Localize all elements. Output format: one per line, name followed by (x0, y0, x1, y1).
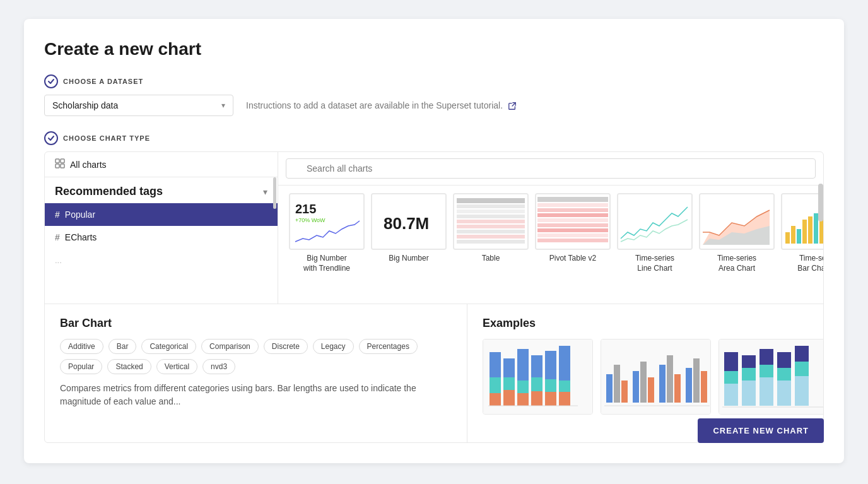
popular-tag-label: Popular (65, 210, 95, 220)
tag-nvd3[interactable]: nvd3 (202, 359, 235, 374)
collapse-icon[interactable]: ▾ (263, 187, 267, 197)
search-bar (278, 152, 823, 186)
step2-label: CHOOSE CHART TYPE (63, 134, 150, 142)
search-wrapper (286, 158, 816, 179)
step1-check-icon (44, 74, 58, 88)
svg-rect-75 (667, 355, 673, 403)
svg-rect-36 (791, 226, 795, 244)
chart-thumb-bignumber[interactable]: 80.7M Big Number (368, 193, 450, 264)
svg-rect-70 (621, 381, 628, 403)
svg-text:+70% WoW: +70% WoW (295, 217, 326, 223)
sidebar-tag-partial: ... (45, 249, 278, 268)
tag-popular[interactable]: Popular (60, 359, 102, 374)
chart-thumb-img-ts-area (699, 193, 775, 250)
dataset-row: Scholarship data ▾ Instructions to add a… (44, 95, 824, 116)
chart-thumb-label-pivot-table: Pivot Table v2 (549, 254, 597, 264)
sidebar-tag-echarts[interactable]: # ECharts (45, 226, 278, 249)
svg-rect-13 (457, 210, 525, 213)
svg-rect-71 (633, 371, 639, 403)
chart-thumb-label-ts-area: Time-seriesArea Chart (717, 254, 756, 273)
tag-percentages[interactable]: Percentages (359, 339, 418, 354)
chart-thumb-img-ts-line (617, 193, 693, 250)
dataset-hint: Instructions to add a dataset are availa… (246, 100, 517, 110)
chart-thumb-img-ts-bar (781, 193, 823, 250)
chart-thumb-bignumber-trendline[interactable]: 215 +70% WoW Big Numberwith Trendline (286, 193, 368, 273)
chart-thumb-label-ts-line: Time-seriesLine Chart (635, 254, 674, 273)
example-thumb-2[interactable] (601, 339, 711, 415)
chart-tags-row: Additive Bar Categorical Comparison Disc… (60, 339, 452, 374)
svg-rect-37 (797, 229, 801, 244)
hash-icon-echarts: # (55, 232, 60, 242)
svg-rect-3 (61, 164, 64, 168)
tag-vertical[interactable]: Vertical (156, 359, 197, 374)
echarts-tag-label: ECharts (65, 232, 97, 242)
create-new-chart-button[interactable]: CREATE NEW CHART (698, 418, 824, 443)
svg-rect-90 (760, 377, 773, 406)
svg-rect-35 (785, 232, 790, 244)
chart-type-sidebar: All charts Recommended tags ▾ # Popular (45, 152, 278, 304)
chart-thumb-table[interactable]: Table (450, 193, 532, 264)
svg-rect-51 (503, 358, 515, 377)
svg-rect-28 (537, 233, 608, 237)
svg-rect-93 (777, 381, 791, 406)
svg-rect-26 (537, 223, 608, 227)
svg-text:215: 215 (295, 202, 316, 216)
svg-rect-62 (545, 392, 556, 406)
svg-rect-14 (457, 215, 525, 218)
svg-rect-52 (503, 377, 515, 390)
search-input[interactable] (286, 158, 816, 179)
chart-thumb-ts-bar[interactable]: Time-seriesBar Chart v2 (778, 193, 823, 273)
tag-additive[interactable]: Additive (60, 339, 103, 354)
svg-rect-1 (61, 159, 64, 163)
grid-icon (55, 158, 65, 170)
svg-rect-56 (517, 393, 529, 406)
example-thumb-3[interactable] (718, 339, 824, 415)
example-thumb-1[interactable] (483, 339, 593, 415)
tag-comparison[interactable]: Comparison (201, 339, 259, 354)
tag-stacked[interactable]: Stacked (107, 359, 151, 374)
sidebar-tag-popular[interactable]: # Popular (45, 203, 278, 226)
choose-chart-type-step: CHOOSE CHART TYPE (44, 131, 824, 145)
tag-bar[interactable]: Bar (108, 339, 137, 354)
svg-rect-61 (545, 379, 556, 392)
svg-rect-18 (457, 235, 525, 239)
choose-dataset-step: CHOOSE A DATASET (44, 74, 824, 88)
svg-rect-38 (802, 220, 807, 244)
svg-rect-50 (490, 393, 501, 406)
svg-rect-76 (674, 374, 681, 403)
svg-rect-68 (606, 374, 613, 403)
svg-rect-87 (742, 381, 756, 406)
all-charts-label: All charts (70, 160, 107, 170)
chart-thumb-img-pivot-table (535, 193, 611, 250)
chart-thumb-pivot-table[interactable]: Pivot Table v2 (532, 193, 614, 264)
chart-area-scrollbar[interactable] (818, 184, 823, 221)
tutorial-link[interactable] (505, 100, 517, 110)
chart-thumb-label-bignumber-trendline: Big Numberwith Trendline (303, 254, 350, 273)
sidebar-scrollbar[interactable] (273, 177, 276, 209)
all-charts-item[interactable]: All charts (45, 152, 278, 177)
svg-rect-39 (808, 216, 812, 244)
tag-categorical[interactable]: Categorical (141, 339, 196, 354)
chart-type-section: All charts Recommended tags ▾ # Popular (44, 151, 824, 443)
svg-rect-23 (537, 208, 608, 212)
chart-thumb-img-bignumber-trendline: 215 +70% WoW (289, 193, 365, 250)
chart-thumb-ts-line[interactable]: Time-seriesLine Chart (614, 193, 696, 273)
svg-rect-29 (537, 239, 608, 242)
svg-rect-25 (537, 218, 608, 222)
svg-rect-64 (559, 381, 570, 392)
chart-thumb-ts-area[interactable]: Time-seriesArea Chart (696, 193, 778, 273)
svg-rect-78 (693, 358, 700, 403)
step1-label: CHOOSE A DATASET (63, 78, 143, 85)
tag-legacy[interactable]: Legacy (313, 339, 354, 354)
examples-title: Examples (483, 317, 824, 330)
svg-rect-16 (457, 225, 525, 228)
svg-rect-11 (457, 198, 525, 203)
svg-rect-53 (503, 390, 515, 406)
dataset-select[interactable]: Scholarship data ▾ (44, 95, 233, 116)
svg-rect-21 (537, 197, 608, 202)
chart-thumbnails: 215 +70% WoW Big Numberwith Trendline (278, 186, 823, 304)
svg-rect-59 (531, 391, 542, 406)
svg-rect-15 (457, 220, 525, 223)
step2-check-icon (44, 131, 58, 145)
tag-discrete[interactable]: Discrete (264, 339, 308, 354)
